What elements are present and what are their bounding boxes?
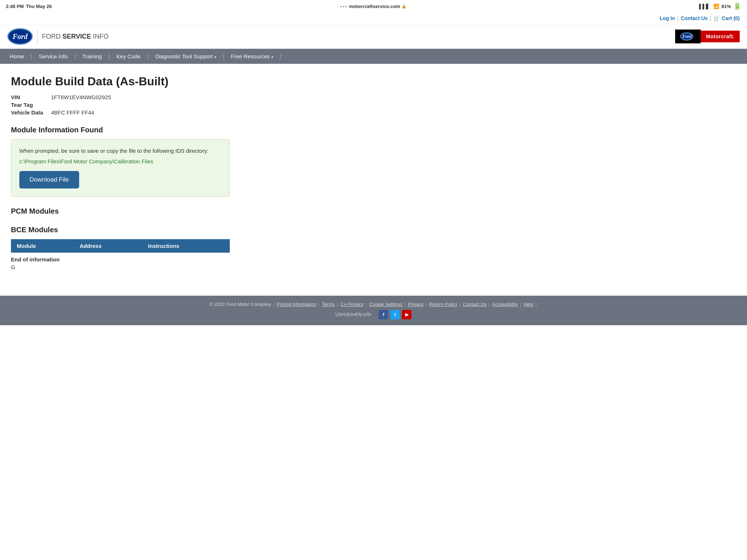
cart-link[interactable]: Cart (0): [722, 15, 740, 21]
wifi-icon: 📶: [713, 4, 719, 9]
motorcraft-badge: Motorcraft.: [701, 31, 740, 42]
vin-value: 1FT6W1EV4NWG02925: [51, 94, 111, 100]
info-box-path: c:\Program Files\Ford Motor Company\Cali…: [19, 158, 221, 164]
col-instructions: Instructions: [142, 239, 230, 253]
lock-icon: 🔒: [402, 4, 407, 9]
end-of-info: End of information: [11, 256, 317, 262]
top-nav: Log In | Contact Us | 🛒 Cart (0): [0, 12, 747, 24]
nav-key-code[interactable]: Key Code: [111, 49, 146, 64]
url-bar[interactable]: ••• motorcraftservice.com 🔒: [340, 4, 407, 9]
nav-home[interactable]: Home: [4, 49, 30, 64]
free-resources-dropdown-arrow: ▾: [271, 55, 273, 59]
signal-icon: ▐▐▐▏: [697, 4, 711, 9]
twitter-icon[interactable]: t: [390, 310, 400, 319]
footer-terms[interactable]: Terms: [322, 302, 334, 307]
battery-icon: 🔋: [733, 2, 741, 10]
nav-diagnostic[interactable]: Diagnostic Tool Support ▾: [149, 49, 222, 64]
footer-ca-privacy[interactable]: CA Privacy: [340, 302, 364, 307]
tear-tag-row: Tear Tag: [11, 102, 317, 108]
time: 2:48 PM: [6, 4, 24, 9]
footer-help[interactable]: Help: [523, 302, 533, 307]
header: Ford FORD SERVICE INFO Ford Motorcraft.: [0, 24, 747, 49]
footer-privacy[interactable]: Privacy: [408, 302, 424, 307]
bce-table: Module Address Instructions: [11, 239, 230, 253]
header-divider: [37, 29, 38, 44]
three-dots: •••: [340, 4, 348, 9]
module-info-section-title: Module Information Found: [11, 126, 317, 134]
vin-row: VIN 1FT6W1EV4NWG02925: [11, 94, 317, 100]
ford-oval-logo: Ford: [7, 28, 33, 45]
cart-icon: 🛒: [713, 15, 720, 21]
footer: © 2022 Ford Motor Company | Pricing Info…: [0, 296, 747, 325]
nav-training[interactable]: Training: [77, 49, 108, 64]
col-address: Address: [74, 239, 142, 253]
col-module: Module: [11, 239, 74, 253]
battery-text: 81%: [721, 4, 731, 9]
status-indicators: ▐▐▐▏ 📶 81% 🔋: [697, 2, 741, 10]
tear-tag-label: Tear Tag: [11, 102, 51, 108]
youtube-icon[interactable]: ▶: [402, 310, 411, 319]
main-content: Module Build Data (As-Built) VIN 1FT6W1E…: [0, 64, 328, 281]
table-header-row: Module Address Instructions: [11, 239, 230, 253]
vin-label: VIN: [11, 94, 51, 100]
ford-badge-oval: Ford: [680, 32, 693, 40]
sep1: |: [677, 15, 679, 21]
header-logo-area: Ford FORD SERVICE INFO: [7, 28, 109, 45]
footer-copyright: © 2022 Ford Motor Company: [210, 302, 271, 307]
footer-accessibility[interactable]: Accessibility: [492, 302, 518, 307]
url-text: motorcraftservice.com: [349, 4, 400, 9]
nav-free-resources[interactable]: Free Resources ▾: [225, 49, 279, 64]
ford-badge: Ford: [675, 30, 701, 43]
vehicle-data-value: 4BFC FFFF FF44: [51, 109, 94, 116]
nav-service-info[interactable]: Service Info: [33, 49, 73, 64]
header-badges: Ford Motorcraft.: [675, 30, 740, 43]
social-icons: f t ▶: [379, 310, 411, 319]
footer-return-policy[interactable]: Return Policy: [429, 302, 457, 307]
diagnostic-dropdown-arrow: ▾: [214, 55, 216, 59]
info-box-text: When prompted, be sure to save or copy t…: [19, 147, 221, 155]
footer-links: © 2022 Ford Motor Company | Pricing Info…: [7, 302, 740, 307]
footer-bottom: US•USA•EN-US• f t ▶: [7, 310, 740, 319]
footer-locale: US•USA•EN-US•: [336, 312, 372, 317]
sep2: |: [710, 15, 711, 21]
vehicle-data-label: Vehicle Data: [11, 109, 51, 116]
login-link[interactable]: Log In: [660, 15, 675, 21]
facebook-icon[interactable]: f: [379, 310, 388, 319]
vehicle-data-row: Vehicle Data 4BFC FFFF FF44: [11, 109, 317, 116]
pcm-section-title: PCM Modules: [11, 207, 317, 215]
status-bar: 2:48 PM Thu May 26 ••• motorcraftservice…: [0, 0, 747, 12]
info-box: When prompted, be sure to save or copy t…: [11, 139, 230, 197]
bce-table-container: Module Address Instructions: [11, 239, 230, 253]
page-title: Module Build Data (As-Built): [11, 75, 317, 88]
footer-cookie-settings[interactable]: Cookie Settings: [369, 302, 402, 307]
footer-contact-us[interactable]: Contact Us: [463, 302, 486, 307]
bce-section-title: BCE Modules: [11, 226, 317, 234]
contact-link[interactable]: Contact Us: [681, 15, 708, 21]
footer-pricing[interactable]: Pricing Information: [277, 302, 316, 307]
service-info-text: FORD SERVICE INFO: [42, 33, 109, 40]
end-g: G: [11, 264, 317, 270]
date: Thu May 26: [26, 4, 52, 9]
download-file-button[interactable]: Download File: [19, 171, 79, 188]
nav-bar: Home | Service Info | Training | Key Cod…: [0, 49, 747, 64]
